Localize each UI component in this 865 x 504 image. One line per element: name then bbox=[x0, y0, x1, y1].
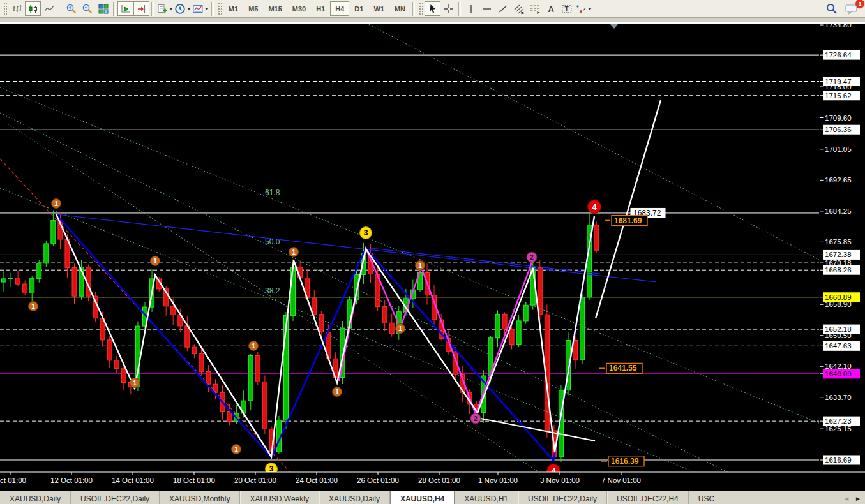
equidistant-channel-button[interactable]: E bbox=[511, 1, 527, 16]
cursor-button[interactable] bbox=[425, 1, 440, 16]
auto-scroll-icon bbox=[120, 3, 132, 15]
toolbar-divider bbox=[59, 2, 61, 16]
bar-chart-button[interactable] bbox=[9, 1, 25, 16]
chart-tab-xauusd-daily[interactable]: XAUUSD,Daily bbox=[0, 491, 71, 504]
channel-icon: E bbox=[513, 3, 525, 15]
x-axis-label: Oct 01:00 bbox=[0, 477, 26, 484]
x-axis-label: 14 Oct 01:00 bbox=[112, 477, 154, 484]
vline-icon bbox=[465, 3, 477, 15]
tab-scroll-left-icon[interactable]: ◄ bbox=[843, 495, 850, 502]
y-axis-label: 1684.25 bbox=[825, 207, 852, 215]
toolbar-divider bbox=[412, 2, 415, 16]
tile-windows-button[interactable] bbox=[95, 1, 111, 16]
wave-marker-number: 1 bbox=[133, 380, 137, 387]
timeframe-h4-button[interactable]: H4 bbox=[330, 1, 349, 16]
x-axis-label: 7 Nov 01:00 bbox=[601, 477, 641, 484]
wave-marker-number: 1 bbox=[292, 249, 296, 256]
chart-top-strip bbox=[0, 18, 865, 22]
x-axis-label: 20 Oct 01:00 bbox=[234, 477, 276, 484]
fib-level-label: 38.2 bbox=[265, 286, 280, 295]
toolbar-divider bbox=[113, 2, 116, 16]
zoom-in-button[interactable] bbox=[63, 1, 79, 16]
timeframe-h1-button[interactable]: H1 bbox=[311, 1, 330, 16]
svg-text:A: A bbox=[548, 4, 554, 14]
line-chart-button[interactable] bbox=[41, 1, 57, 16]
wave-marker-number: 2 bbox=[474, 415, 478, 422]
y-axis-label: 1692.65 bbox=[825, 176, 852, 184]
trendline-icon bbox=[497, 3, 509, 15]
svg-text:E: E bbox=[521, 10, 524, 15]
wave-marker-number: 1 bbox=[418, 262, 422, 269]
y-axis-label: 1633.70 bbox=[825, 394, 852, 401]
chart-canvas[interactable]: 61.850.038.211111111112233441683.721681.… bbox=[0, 18, 865, 488]
periods-button[interactable]: ▼ bbox=[174, 1, 192, 16]
new-chart-icon bbox=[156, 3, 168, 15]
zoom-out-button[interactable] bbox=[79, 1, 95, 16]
chart-top-border bbox=[0, 22, 865, 24]
y-axis-level-label: 1627.23 bbox=[825, 417, 852, 425]
toolbar-grip[interactable] bbox=[218, 3, 222, 15]
bar-chart-icon bbox=[11, 3, 23, 15]
chart-tab-xauusd-daily[interactable]: XAUUSD,Daily bbox=[319, 491, 390, 504]
search-button[interactable] bbox=[824, 1, 839, 16]
toolbar-grip[interactable] bbox=[3, 3, 7, 15]
toolbar-divider bbox=[151, 2, 154, 16]
line-chart-icon bbox=[43, 3, 55, 15]
dropdown-caret-icon[interactable]: ▼ bbox=[186, 7, 192, 11]
text-button[interactable]: A bbox=[543, 1, 559, 16]
wave-marker-number: 3 bbox=[364, 228, 368, 237]
wave-marker-number: 1 bbox=[153, 258, 157, 265]
y-axis-label: 1625.15 bbox=[825, 425, 852, 433]
tile-windows-icon bbox=[98, 3, 109, 15]
wave-marker-number: 2 bbox=[530, 254, 534, 261]
timeframe-w1-button[interactable]: W1 bbox=[368, 1, 389, 16]
chart-tab-xauusd-h4[interactable]: XAUUSD,H4 bbox=[390, 491, 455, 504]
trendline-button[interactable] bbox=[495, 1, 511, 16]
community-button[interactable]: 1 bbox=[845, 1, 861, 16]
notification-badge: 1 bbox=[855, 0, 865, 9]
y-axis-label: 1709.60 bbox=[825, 114, 852, 122]
timeframe-m30-button[interactable]: M30 bbox=[287, 1, 311, 16]
dropdown-caret-icon[interactable]: ▼ bbox=[204, 7, 209, 11]
y-axis-level-label: 1672.38 bbox=[825, 251, 852, 258]
y-axis-level-label: 1706.36 bbox=[825, 126, 852, 133]
text-icon: A bbox=[545, 3, 557, 15]
toolbar-grip[interactable] bbox=[419, 3, 423, 15]
chart-background bbox=[0, 18, 865, 488]
fibonacci-retracement-button[interactable]: F bbox=[527, 1, 543, 16]
tab-scroll-right-icon[interactable]: ► bbox=[855, 495, 861, 502]
price-tag-text: 1681.69 bbox=[614, 216, 642, 225]
arrows-button[interactable]: ▼ bbox=[575, 1, 592, 16]
chart-shift-button[interactable] bbox=[133, 1, 149, 16]
timeframe-mn-button[interactable]: MN bbox=[389, 1, 410, 16]
horizontal-line-button[interactable] bbox=[479, 1, 495, 16]
chart-tab-bar: XAUUSD,DailyUSOIL.DEC22,DailyXAUUSD,Mont… bbox=[0, 491, 865, 504]
vertical-line-button[interactable] bbox=[463, 1, 479, 16]
wave-marker-number: 1 bbox=[335, 389, 339, 396]
chart-tab-usoil-dec22-daily[interactable]: USOIL.DEC22,Daily bbox=[518, 491, 607, 504]
dropdown-caret-icon[interactable]: ▼ bbox=[587, 7, 592, 11]
templates-button[interactable]: ▼ bbox=[192, 1, 209, 16]
search-icon bbox=[825, 3, 838, 15]
x-axis-label: 28 Oct 01:00 bbox=[418, 477, 460, 484]
chart-tab-usoil-dec22-daily[interactable]: USOIL.DEC22,Daily bbox=[71, 491, 160, 504]
dropdown-caret-icon[interactable]: ▼ bbox=[169, 7, 174, 11]
timeframe-d1-button[interactable]: D1 bbox=[349, 1, 368, 16]
timeframe-m5-button[interactable]: M5 bbox=[243, 1, 263, 16]
chart-tab-usoil-dec22-h4[interactable]: USOIL.DEC22,H4 bbox=[607, 491, 689, 504]
y-axis-label: 1734.80 bbox=[825, 21, 852, 29]
auto-scroll-button[interactable] bbox=[117, 1, 133, 16]
crosshair-button[interactable] bbox=[440, 1, 456, 16]
main-toolbar: ▼▼▼M1M5M15M30H1H4D1W1MNEFAT▼1 bbox=[0, 0, 865, 18]
chart-tab-xauusd-h1[interactable]: XAUUSD,H1 bbox=[455, 491, 518, 504]
chart-tab-xauusd-monthly[interactable]: XAUUSD,Monthly bbox=[160, 491, 240, 504]
wave-marker-number: 1 bbox=[398, 325, 402, 332]
chart-tab-xauusd-weekly[interactable]: XAUUSD,Weekly bbox=[240, 491, 319, 504]
timeframe-m1-button[interactable]: M1 bbox=[223, 1, 243, 16]
y-axis-level-label: 1719.47 bbox=[825, 78, 852, 85]
text-label-button[interactable]: T bbox=[559, 1, 575, 16]
timeframe-m15-button[interactable]: M15 bbox=[263, 1, 287, 16]
chart-tab-usc[interactable]: USC bbox=[689, 491, 728, 504]
candlestick-chart-button[interactable] bbox=[25, 1, 41, 16]
new-chart-button[interactable]: ▼ bbox=[156, 1, 174, 16]
